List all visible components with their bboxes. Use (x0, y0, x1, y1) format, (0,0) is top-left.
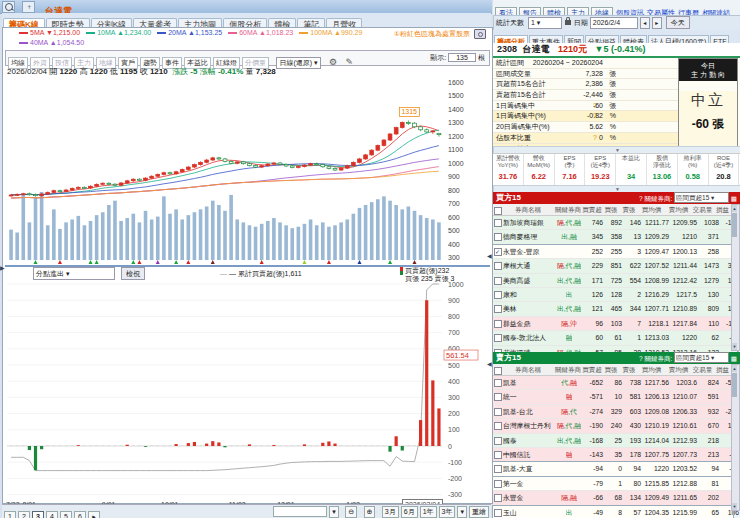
ma-label-60MA: 60MA ▲1,018.23 (239, 29, 293, 36)
range-button-1年[interactable]: 1年 (420, 506, 437, 518)
ma-swatch (157, 32, 166, 34)
legend-note: ①粉紅色區塊為處置股票 (394, 29, 470, 39)
panel-collapse-left-icon[interactable]: ◀ (487, 252, 492, 259)
broker-row-凱基-大直[interactable]: 凱基-大直-9409412201203.5294-50 (493, 462, 733, 476)
svg-text:1315: 1315 (401, 108, 417, 115)
svg-text:700: 700 (448, 329, 460, 336)
ma-label-10MA: 10MA ▲1,234.00 (97, 29, 151, 36)
svg-text:1300: 1300 (448, 119, 464, 126)
metric-EPS: EPS(近4季)19.23 (585, 154, 616, 185)
page-button-2[interactable]: 2 (18, 511, 30, 518)
main-force-header: 今日 主 力 動 向 (679, 59, 737, 81)
svg-text:1000: 1000 (448, 282, 464, 288)
metric-累計營收: 累計營收YoY(%)31.76 (493, 154, 524, 185)
table-title-買方15: 買方15? 關鍵券商: 區間買超15 ▾ ▦ (493, 192, 740, 204)
broker-row-群益金鼎[interactable]: 群益金鼎隔,沖9610371218.11217.84110-115 (493, 317, 733, 331)
svg-text:561.54: 561.54 (446, 351, 469, 360)
broker-row-國泰[interactable]: 國泰出,代,融-168251931214.041212.9321815 (493, 434, 733, 448)
stock-summary: 2308 台達電 1210元 ▼5 (-0.41%) (493, 43, 740, 58)
jump-input[interactable] (273, 506, 327, 517)
stock-name: 台達電 (523, 44, 550, 54)
page-button-6[interactable]: 6 (74, 511, 86, 518)
ma-label-5MA: 5MA ▼1,215.00 (30, 29, 80, 36)
date-next-button[interactable]: ▸ (652, 17, 662, 29)
page-button-1[interactable]: 1 (4, 511, 16, 518)
ma-label-40MA: 40MA ▲1,054.50 (30, 39, 84, 46)
stat-row: 區間成交量7,328張 (493, 69, 678, 80)
broker-row-凱基-台北[interactable]: 凱基-台北隔,代-2743296031209.081206.33932-200 (493, 405, 733, 419)
add-tab-icon[interactable]: ＋ (22, 1, 35, 13)
key-broker-dropdown[interactable]: 區間買超15 ▾ (674, 192, 729, 203)
svg-text:800: 800 (448, 187, 460, 194)
candlestick-chart[interactable]: 3004005006007008009001000110012001300140… (5, 78, 490, 267)
table-settings-icon[interactable]: ▦ (731, 195, 737, 202)
jump-dropdown-icon[interactable]: ▾ (329, 506, 339, 518)
svg-text:1500: 1500 (448, 92, 464, 99)
right-panel: 看法報告體檢主力地緣個股資訊交易屬性行事曆相關連結 統計天數 1 ▾ 日期 20… (493, 0, 740, 518)
svg-text:100: 100 (448, 426, 460, 433)
table-scrollbar[interactable]: ▲▼ (731, 204, 740, 351)
table-settings-icon[interactable]: ▦ (731, 355, 737, 362)
svg-text:-300: -300 (448, 491, 462, 498)
broker-row-中國信託[interactable]: 中國信託融-143351781207.751207.73213-51 (493, 448, 733, 462)
range-button-3月[interactable]: 3月 (382, 506, 399, 518)
branch-flow-chart[interactable]: -300-200-1000100200300400500600700800900… (5, 282, 490, 500)
days-label: 統計天數 (496, 19, 524, 26)
date-prev-button[interactable]: ◂ (640, 17, 650, 29)
broker-row-新加坡商瑞銀[interactable]: 新加坡商瑞銀隔,代,融7468921461211.771209.951038-1… (493, 216, 733, 230)
broker-row-國泰-敦北法人[interactable]: 國泰-敦北法人融606111213.03122062-54 (493, 331, 733, 345)
table-scrollbar[interactable]: ▲▼ (731, 364, 740, 511)
pane2-header: 分點進出 ▾ 檢視 — — 累計買賣超(張)1,611 買賣超(張)232買張 … (5, 267, 490, 282)
broker-row-永豐金[interactable]: 永豐金隔,融-66681341209.491211.652023 (493, 491, 733, 505)
date-input[interactable]: 2026/2/4 (590, 17, 638, 29)
display-count-unit: 根 (478, 54, 485, 61)
app-window: ＋ 台達電 籌碼K線即時走勢分割K線大量參考主力地圖個股分析體檢筆記月營收 5M… (0, 0, 740, 518)
svg-text:1400: 1400 (448, 106, 464, 113)
key-broker-dropdown[interactable]: 區間賣超15 ▾ (674, 352, 729, 363)
range-button-3年[interactable]: 3年 (439, 506, 456, 518)
range-button-重繪[interactable]: 重繪 (469, 506, 489, 518)
broker-row-玉山[interactable]: 玉山出-498571204.351215.9965106 (493, 506, 733, 518)
page-button-5[interactable]: 5 (60, 511, 72, 518)
svg-text:600: 600 (448, 214, 460, 221)
stats-block: 統計區間20260204 ~ 20260204區間成交量7,328張買超前15名… (493, 58, 740, 146)
zoom-in-icon[interactable]: ⊕ (364, 506, 376, 518)
metric-股價: 股價淨值比13.06 (647, 154, 678, 185)
page-button-4[interactable]: 4 (46, 511, 58, 518)
view-button[interactable]: 檢視 (121, 267, 145, 280)
search-icon[interactable] (2, 1, 15, 13)
chart-panel: 5MA ▼1,215.0010MA ▲1,234.0020MA ▲1,153.2… (2, 27, 493, 504)
page-button-3[interactable]: 3 (32, 511, 44, 518)
broker-row-美林[interactable]: 美林出,代,融1214653441207.711210.89809158 (493, 302, 733, 316)
today-button[interactable]: 今天 (666, 16, 690, 29)
range-button-6月[interactable]: 6月 (401, 506, 418, 518)
stat-row: 1日籌碼集中?-60張 (493, 101, 678, 112)
broker-row-凱基[interactable]: 凱基代,融-652867381217.561203.6824-554 (493, 376, 733, 390)
stock-change: ▼5 (-0.41%) (595, 44, 646, 54)
stat-row: 佔股本比重?0% (493, 133, 678, 144)
right-top-bar: 看法報告體檢主力地緣個股資訊交易屬性行事曆相關連結 (493, 1, 740, 14)
ma-swatch (86, 32, 95, 34)
panel-expand-right-icon[interactable]: ▶ (0, 264, 5, 271)
panel-collapse-left-icon2[interactable]: ◀ (487, 360, 492, 367)
broker-row-摩根大通[interactable]: 摩根大通隔,代,融2298516221207.521211.441473390 (493, 259, 733, 273)
branch-source-dropdown[interactable]: 分點進出 ▾ (33, 267, 115, 280)
display-count-input[interactable]: 135 (448, 53, 476, 62)
title-bar: ＋ 台達電 (0, 0, 492, 14)
chart-toolbar: 均線外資投信主力地緣實戶趨勢事件本益比紅綠燈分價量 日線(還原) ▾ ⚙ ✎ 顯… (5, 50, 490, 66)
broker-row-台灣摩根士丹利[interactable]: 台灣摩根士丹利隔,代,融-1902404301210.191210.616701… (493, 419, 733, 433)
broker-row-美商高盛[interactable]: 美商高盛出,代,融1717255541208.991212.421279143 (493, 274, 733, 288)
days-dropdown[interactable]: 1 ▾ (528, 17, 562, 29)
lock-icon[interactable] (565, 20, 571, 25)
broker-row-德商麥格理[interactable]: 德商麥格理出,融345358131209.29121037126 (493, 230, 733, 244)
range-button-▾[interactable]: ▾ (457, 506, 467, 518)
ma-swatch (299, 32, 308, 34)
broker-row-第一金[interactable]: 第一金-791801215.851212.88811 (493, 477, 733, 491)
page-button-▸[interactable]: ▸ (88, 511, 100, 518)
zoom-out-icon[interactable]: ⊖ (345, 506, 357, 518)
broker-row-永豐金-豐原[interactable]: ✓永豐金-豐原25225531209.471200.1325810 (493, 245, 733, 259)
broker-row-統一[interactable]: 統一融-571105811206.131210.075912 (493, 390, 733, 404)
svg-text:200: 200 (448, 410, 460, 417)
camera-icon[interactable] (474, 29, 486, 39)
broker-row-康和[interactable]: 康和出12612821216.291217.5130-81 (493, 288, 733, 302)
